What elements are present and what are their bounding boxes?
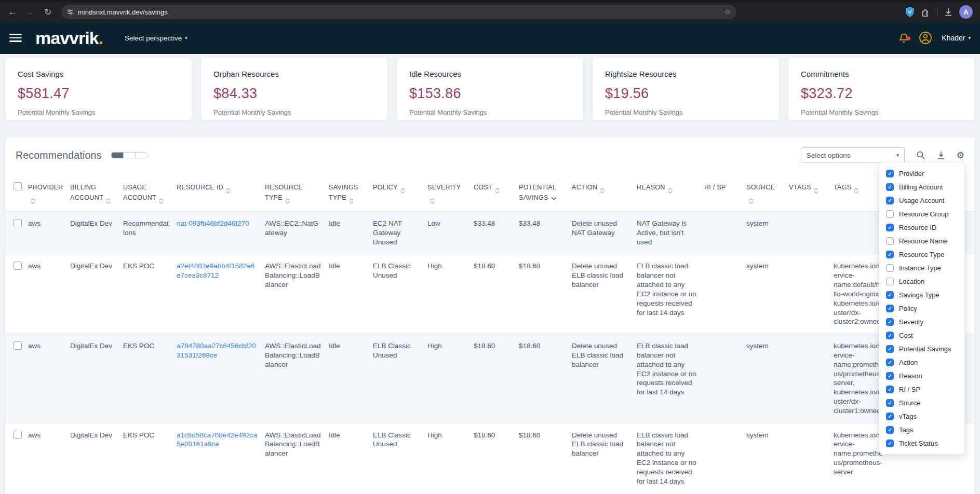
resource-id-link[interactable]: nat-093fb46bf2d46f270	[177, 219, 249, 227]
checkbox-icon[interactable]	[886, 345, 894, 353]
downloads-icon[interactable]	[944, 7, 953, 17]
column-header[interactable]: Resource ID	[177, 172, 265, 212]
row-checkbox[interactable]	[5, 334, 28, 423]
checkbox-icon[interactable]	[886, 278, 894, 285]
column-menu-item[interactable]: Resource Group	[879, 207, 964, 221]
column-menu-item[interactable]: Resource ID	[879, 221, 964, 234]
checkbox-icon[interactable]	[886, 399, 894, 407]
column-header[interactable]: RI / SP	[704, 172, 746, 212]
summary-card: Commitments $323.72 Potential Monthly Sa…	[788, 58, 975, 120]
checkbox-icon[interactable]	[886, 170, 894, 177]
checkbox-icon[interactable]	[886, 305, 894, 312]
search-icon[interactable]	[916, 150, 925, 160]
column-menu-item[interactable]: Instance Type	[879, 261, 964, 275]
checkbox-icon[interactable]	[886, 426, 894, 434]
column-menu-item[interactable]: Action	[879, 355, 964, 369]
tab-commitments[interactable]	[124, 153, 136, 158]
mavvrik-logo[interactable]: mavvrik.	[35, 28, 103, 48]
checkbox-icon[interactable]	[886, 224, 894, 231]
column-header[interactable]: Billing Account	[70, 172, 123, 212]
resource-id-link[interactable]: a784780aa27c6456cbf2031531f269ce	[177, 342, 256, 359]
menu-hamburger-icon[interactable]	[9, 34, 22, 42]
back-icon[interactable]: ←	[5, 5, 20, 19]
column-header[interactable]: Reason	[637, 172, 704, 212]
cell-ri-sp	[704, 254, 746, 334]
cell-reason: NAT Gateway is Active, but isn't used	[637, 212, 704, 254]
column-menu-item[interactable]: Policy	[879, 301, 964, 315]
select-all-checkbox[interactable]	[5, 172, 28, 212]
resource-id-link[interactable]: a1c8d58ca708e42e492ca5e00161a9ce	[177, 431, 257, 448]
checkbox-icon[interactable]	[886, 359, 894, 366]
tab-resources[interactable]	[112, 153, 124, 158]
tab-muted[interactable]	[136, 153, 147, 158]
column-menu-item[interactable]: Potential Savings	[879, 342, 964, 355]
checkbox-icon[interactable]	[886, 413, 894, 420]
select-perspective-dropdown[interactable]: Select perspective▾	[125, 34, 187, 42]
site-info-icon[interactable]	[66, 8, 74, 16]
row-checkbox[interactable]	[5, 423, 28, 493]
column-header[interactable]: Resource Type	[265, 172, 329, 212]
checkbox-icon[interactable]	[886, 440, 894, 447]
checkbox-icon[interactable]	[886, 251, 894, 258]
checkbox-icon[interactable]	[886, 197, 894, 204]
column-menu-label: Savings Type	[899, 291, 939, 299]
column-menu-item[interactable]: Usage Account	[879, 194, 964, 207]
column-menu-item[interactable]: Resource Type	[879, 248, 964, 261]
column-menu-item[interactable]: RI / SP	[879, 382, 964, 396]
column-header[interactable]: Savings Type	[329, 172, 373, 212]
chevron-down-icon: ▾	[968, 35, 971, 40]
column-menu-item[interactable]: Cost	[879, 328, 964, 342]
column-menu-item[interactable]: Billing Account	[879, 180, 964, 194]
column-menu-item[interactable]: Ticket Status	[879, 436, 964, 450]
resource-id-link[interactable]: a2ef4803e9ebb4f1582e6e7cea3c8712	[177, 262, 254, 279]
column-menu-label: Provider	[899, 170, 924, 177]
column-menu-item[interactable]: Provider	[879, 167, 964, 180]
download-icon[interactable]	[937, 151, 945, 160]
column-menu-item[interactable]: Tags	[879, 423, 964, 436]
shield-extension-icon[interactable]	[905, 7, 915, 17]
column-menu-item[interactable]: Severity	[879, 315, 964, 328]
checkbox-icon[interactable]	[886, 210, 894, 218]
column-header[interactable]: Severity	[427, 172, 474, 212]
row-checkbox[interactable]	[5, 212, 28, 254]
column-menu-item[interactable]: Resource Name	[879, 234, 964, 248]
checkbox-icon[interactable]	[886, 264, 894, 272]
url-text[interactable]: mindsnxt.mavvrik.dev/savings	[78, 8, 720, 16]
column-menu-item[interactable]: Reason	[879, 369, 964, 382]
user-menu[interactable]: Khader▾	[942, 34, 971, 42]
forward-icon[interactable]: →	[23, 5, 37, 19]
user-profile-icon[interactable]	[919, 31, 932, 45]
column-header[interactable]: Cost	[474, 172, 519, 212]
column-header[interactable]: Action	[572, 172, 637, 212]
browser-profile-avatar[interactable]: A	[959, 5, 973, 19]
column-header[interactable]: Potential Savings	[519, 172, 572, 212]
row-checkbox[interactable]	[5, 254, 28, 334]
checkbox-icon[interactable]	[886, 372, 894, 380]
checkbox-icon[interactable]	[886, 183, 894, 191]
checkbox-icon[interactable]	[886, 291, 894, 299]
column-header[interactable]: Policy	[373, 172, 427, 212]
extensions-puzzle-icon[interactable]	[921, 7, 931, 17]
settings-gear-icon[interactable]: ⚙	[957, 150, 964, 161]
checkbox-icon[interactable]	[886, 386, 894, 393]
column-menu-label: Billing Account	[899, 183, 943, 191]
checkbox-icon[interactable]	[886, 318, 894, 326]
column-header[interactable]: Usage Account	[123, 172, 177, 212]
column-header[interactable]: VTags	[789, 172, 834, 212]
checkbox-icon[interactable]	[886, 237, 894, 245]
column-menu-item[interactable]: Location	[879, 275, 964, 288]
reload-icon[interactable]: ↻	[41, 5, 55, 19]
notifications-bell-icon[interactable]	[898, 32, 909, 44]
cell-severity: High	[427, 334, 474, 423]
column-menu-item[interactable]: Savings Type	[879, 288, 964, 301]
checkbox-icon[interactable]	[886, 332, 894, 339]
table-row: aws DigitalEx Dev EKS POC a784780aa27c64…	[5, 334, 975, 423]
column-menu-item[interactable]: Source	[879, 396, 964, 409]
column-menu-item[interactable]: vTags	[879, 409, 964, 423]
address-bar[interactable]: mindsnxt.mavvrik.dev/savings ☆	[61, 5, 736, 19]
bookmark-star-icon[interactable]: ☆	[724, 7, 731, 17]
select-options-dropdown[interactable]: Select options ▾	[801, 147, 905, 163]
cell-provider: aws	[28, 254, 70, 334]
column-header[interactable]: Source	[746, 172, 789, 212]
column-header[interactable]: Provider	[28, 172, 70, 212]
